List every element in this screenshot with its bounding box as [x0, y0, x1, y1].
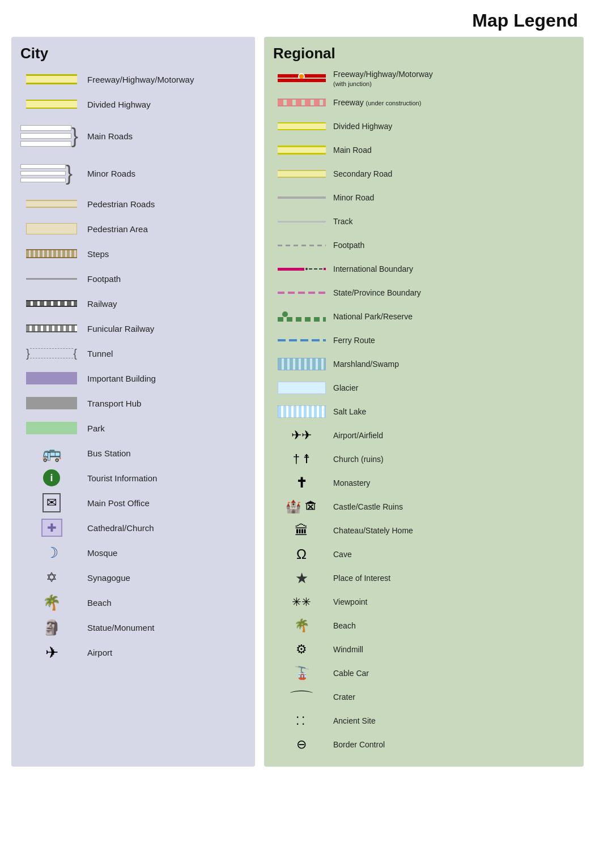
symbol-reg-windmill: ⚙	[273, 642, 330, 657]
label-bus-station: Bus Station	[83, 448, 131, 458]
list-item: ✚ Cathedral/Church	[20, 518, 246, 538]
symbol-reg-main-road	[273, 146, 330, 155]
list-item: Main Road	[273, 140, 575, 160]
church-regional-icon: † ☨	[293, 452, 310, 467]
symbol-reg-beach: 🌴	[273, 618, 330, 633]
regional-title: Regional	[273, 45, 575, 62]
label-reg-church: Church (ruins)	[330, 455, 384, 464]
page-title: Map Legend	[0, 0, 595, 37]
list-item: Footpath	[20, 268, 246, 289]
list-item: Ferry Route	[273, 331, 575, 350]
label-reg-airport: Airport/Airfield	[330, 431, 383, 440]
symbol-reg-monastery: ✝	[273, 475, 330, 491]
city-title: City	[20, 45, 246, 62]
windmill-icon: ⚙	[296, 642, 307, 657]
symbol-reg-freeway	[273, 73, 330, 84]
symbol-reg-border: ⊖	[273, 737, 330, 752]
label-park: Park	[83, 424, 105, 433]
label-reg-beach: Beach	[330, 621, 356, 630]
label-reg-ferry: Ferry Route	[330, 336, 375, 345]
label-reg-monastery: Monastery	[330, 478, 370, 488]
list-item: National Park/Reserve	[273, 307, 575, 326]
list-item: Freeway/Highway/Motorway	[20, 69, 246, 89]
symbol-reg-minor-road	[273, 196, 330, 199]
label-reg-windmill: Windmill	[330, 645, 363, 654]
label-reg-castle: Castle/Castle Ruins	[330, 502, 403, 511]
label-airport: Airport	[83, 648, 112, 657]
legend-columns: City Freeway/Highway/Motorway Divided Hi…	[0, 37, 595, 778]
list-item: 🌴 Beach	[273, 616, 575, 635]
symbol-reg-ferry	[273, 339, 330, 341]
list-item: Divided Highway	[20, 94, 246, 114]
label-synagogue: Synagogue	[83, 573, 130, 583]
border-icon: ⊖	[296, 737, 307, 752]
label-reg-border: Border Control	[330, 740, 385, 749]
list-item: } Main Roads	[20, 119, 246, 153]
symbol-reg-poi: ★	[273, 570, 330, 587]
list-item: ✳✳ Viewpoint	[273, 592, 575, 612]
label-reg-ancient: Ancient Site	[330, 716, 376, 725]
list-item: ✈✈ Airport/Airfield	[273, 426, 575, 445]
symbol-reg-footpath	[273, 245, 330, 246]
church-icon: ✚	[41, 519, 62, 537]
list-item: ⌒ Crater	[273, 687, 575, 707]
list-item: Park	[20, 418, 246, 438]
list-item: 🏛 Chateau/Stately Home	[273, 521, 575, 540]
list-item: 🚡 Cable Car	[273, 664, 575, 683]
symbol-reg-saltlake	[273, 405, 330, 418]
symbol-beach: 🌴	[20, 594, 83, 612]
label-statue: Statue/Monument	[83, 623, 154, 632]
label-reg-cablecar: Cable Car	[330, 669, 369, 678]
list-item: Glacier	[273, 378, 575, 397]
star-icon: ★	[295, 570, 308, 587]
symbol-reg-secondary	[273, 170, 330, 178]
label-reg-poi: Place of Interest	[330, 574, 390, 583]
list-item: Track	[273, 212, 575, 231]
symbol-tourist-info: i	[20, 469, 83, 486]
list-item: ✉ Main Post Office	[20, 493, 246, 513]
label-reg-crater: Crater	[330, 692, 355, 702]
symbol-reg-crater: ⌒	[273, 688, 330, 706]
label-pedestrian-road: Pedestrian Roads	[83, 199, 155, 209]
symbol-minor-roads: }	[20, 163, 83, 183]
list-item: Divided Highway	[273, 117, 575, 136]
list-item: Freeway/Highway/Motorway(with junction)	[273, 69, 575, 88]
symbol-synagogue: ✡	[20, 570, 83, 585]
label-reg-footpath: Footpath	[330, 241, 364, 250]
symbol-reg-ancient: ⁚⁚	[273, 714, 330, 728]
symbol-pedestrian-road	[20, 200, 83, 208]
beach-regional-icon: 🌴	[294, 618, 309, 633]
label-reg-marshland: Marshland/Swamp	[330, 360, 399, 369]
symbol-reg-glacier	[273, 382, 330, 394]
chateau-icon: 🏛	[295, 523, 308, 538]
label-reg-freeway: Freeway/Highway/Motorway(with junction)	[330, 70, 433, 88]
symbol-reg-viewpoint: ✳✳	[273, 595, 330, 609]
symbol-reg-state-boundary	[273, 292, 330, 294]
label-funicular: Funicular Railway	[83, 324, 154, 333]
symbol-reg-natpark	[273, 311, 330, 322]
symbol-reg-castle: 🏰 🏚	[273, 499, 330, 514]
symbol-tunnel: } {	[20, 347, 83, 360]
symbol-main-roads: }	[20, 125, 83, 147]
label-tourist-info: Tourist Information	[83, 473, 157, 483]
label-reg-freeway-uc: Freeway (under construction)	[330, 98, 421, 107]
label-steps: Steps	[83, 249, 109, 259]
label-reg-minor-road: Minor Road	[330, 193, 374, 202]
label-reg-glacier: Glacier	[330, 383, 358, 392]
symbol-reg-church: † ☨	[273, 452, 330, 467]
symbol-reg-airport: ✈✈	[273, 428, 330, 443]
symbol-reg-track	[273, 221, 330, 223]
list-item: Funicular Railway	[20, 318, 246, 339]
list-item: Salt Lake	[273, 402, 575, 421]
viewpoint-icon: ✳✳	[292, 595, 311, 609]
label-main-roads: Main Roads	[83, 131, 133, 141]
symbol-railway	[20, 300, 83, 307]
list-item: } { Tunnel	[20, 343, 246, 364]
symbol-reg-chateau: 🏛	[273, 523, 330, 538]
label-reg-intl-boundary: International Boundary	[330, 264, 413, 273]
label-reg-secondary: Secondary Road	[330, 169, 392, 178]
label-reg-state-boundary: State/Province Boundary	[330, 288, 421, 297]
list-item: 🗿 Statue/Monument	[20, 617, 246, 638]
monastery-icon: ✝	[296, 475, 307, 491]
mail-icon: ✉	[42, 493, 61, 512]
